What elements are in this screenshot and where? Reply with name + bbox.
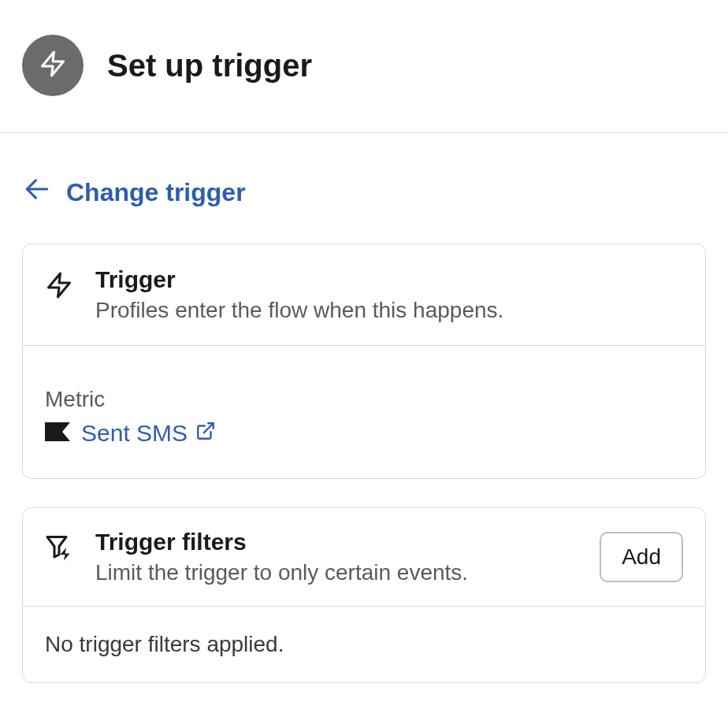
trigger-card: Trigger Profiles enter the flow when thi… — [22, 243, 706, 479]
metric-value-row: Sent SMS — [45, 420, 683, 447]
trigger-card-body: Metric Sent SMS — [23, 346, 705, 478]
page-header: Set up trigger — [0, 0, 728, 133]
filters-empty-state: No trigger filters applied. — [23, 607, 705, 682]
filters-card-header-left: Trigger filters Limit the trigger to onl… — [45, 529, 468, 585]
filters-card-subtitle: Limit the trigger to only certain events… — [95, 560, 468, 585]
metric-link-text: Sent SMS — [81, 420, 188, 447]
svg-line-4 — [204, 423, 214, 433]
metric-label: Metric — [45, 387, 683, 412]
trigger-card-header: Trigger Profiles enter the flow when thi… — [23, 244, 705, 346]
external-link-icon — [195, 420, 216, 447]
content-area: Change trigger Trigger Profiles enter th… — [0, 133, 728, 727]
trigger-card-subtitle: Profiles enter the flow when this happen… — [95, 298, 683, 323]
change-trigger-label: Change trigger — [66, 178, 246, 207]
add-filter-button[interactable]: Add — [600, 532, 683, 582]
header-icon-circle — [22, 35, 84, 96]
trigger-filters-card: Trigger filters Limit the trigger to onl… — [22, 507, 706, 683]
trigger-card-header-text: Trigger Profiles enter the flow when thi… — [95, 266, 683, 323]
svg-marker-2 — [49, 273, 70, 297]
flag-icon — [45, 422, 70, 444]
svg-marker-6 — [61, 548, 70, 561]
lightning-icon — [45, 271, 73, 299]
svg-marker-3 — [45, 422, 70, 441]
change-trigger-link[interactable]: Change trigger — [22, 174, 706, 210]
arrow-left-icon — [22, 174, 52, 210]
page-title: Set up trigger — [107, 48, 312, 84]
trigger-card-title: Trigger — [95, 266, 683, 293]
filters-card-header-text: Trigger filters Limit the trigger to onl… — [95, 529, 468, 585]
lightning-icon — [39, 50, 67, 81]
filters-card-header: Trigger filters Limit the trigger to onl… — [23, 508, 705, 607]
filters-card-title: Trigger filters — [95, 529, 468, 555]
filter-lightning-icon — [45, 533, 73, 562]
metric-link[interactable]: Sent SMS — [81, 420, 216, 447]
svg-marker-0 — [43, 52, 64, 76]
